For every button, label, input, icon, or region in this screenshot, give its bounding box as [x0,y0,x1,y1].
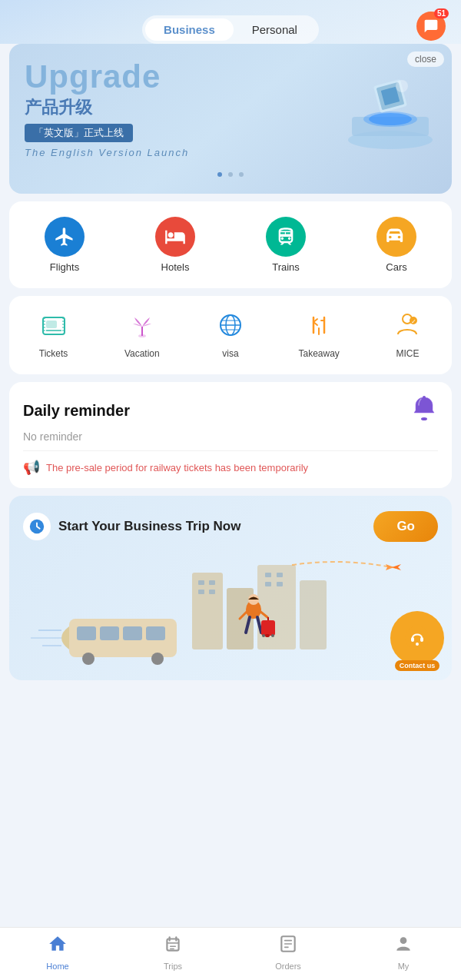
svg-point-63 [405,626,429,650]
vacation-icon [128,311,156,344]
chat-icon[interactable]: 51 [416,12,447,42]
my-icon [393,934,413,958]
reminder-alert: 📢 The pre-sale period for railway ticket… [23,450,438,476]
svg-rect-48 [265,573,271,577]
flights-label: Flights [50,261,79,273]
svg-rect-60 [265,634,270,637]
svg-point-3 [369,113,412,125]
secondary-nav: Tickets Vacation [9,296,452,374]
bell-icon [410,394,438,427]
hotels-icon [155,217,195,257]
mice-icon: ✓ [393,311,421,344]
svg-point-12 [138,334,146,337]
nav-tab-orders[interactable]: Orders [230,934,346,971]
promo-banner: Upgrade 产品升级 「英文版」正式上线 The English Versi… [9,44,452,194]
nav-tab-home[interactable]: Home [0,934,115,971]
svg-rect-44 [198,580,204,585]
home-tab-label: Home [46,962,68,971]
trains-icon [266,217,306,257]
svg-rect-32 [100,626,119,640]
svg-point-35 [82,653,95,665]
home-icon [48,934,68,958]
go-button[interactable]: Go [373,511,438,542]
trains-label: Trains [272,261,300,273]
header: Business Personal 51 [0,0,461,44]
nav-visa[interactable]: visa [186,304,274,367]
svg-rect-40 [192,573,223,649]
tab-switcher: Business Personal [142,15,319,44]
nav-trains[interactable]: Trains [230,208,341,282]
nav-tab-trips[interactable]: Trips [115,934,230,971]
svg-point-61 [262,634,265,637]
notification-badge: 51 [434,8,449,18]
svg-rect-31 [77,626,96,640]
svg-rect-49 [277,573,283,577]
svg-rect-58 [261,620,275,636]
svg-rect-9 [46,321,57,328]
vacation-label: Vacation [124,348,160,359]
banner-dots [25,166,436,186]
nav-vacation[interactable]: Vacation [98,304,186,367]
biz-illustration [23,550,438,673]
cars-label: Cars [386,261,406,273]
alert-text: The pre-sale period for railway tickets … [46,462,308,473]
quick-nav: Flights Hotels Trains Cars [9,201,452,288]
svg-rect-65 [420,637,423,642]
svg-rect-33 [123,626,142,640]
nav-flights[interactable]: Flights [9,208,120,282]
svg-rect-51 [277,582,283,586]
megaphone-icon: 📢 [23,459,40,476]
svg-rect-45 [209,580,215,585]
tab-personal[interactable]: Personal [234,18,316,41]
cars-icon [376,217,416,257]
visa-label: visa [222,348,238,359]
tickets-icon [40,311,68,344]
svg-rect-34 [146,626,165,640]
nav-cars[interactable]: Cars [341,208,452,282]
svg-point-7 [396,80,408,92]
svg-rect-43 [300,580,327,649]
banner-3d-illustration [337,51,444,159]
tab-business[interactable]: Business [145,18,234,41]
my-tab-label: My [398,962,410,971]
clock-icon [23,513,51,540]
orders-tab-label: Orders [275,962,301,971]
daily-reminder-card: Daily reminder No reminder 📢 The pre-sal… [9,382,452,488]
biz-trip-card: Start Your Business Trip Now Go [9,496,452,680]
banner-tag-cn: 「英文版」正式上线 [25,124,133,142]
svg-rect-47 [209,590,215,594]
svg-rect-50 [265,582,271,586]
contact-float-button[interactable]: Contact us [390,611,444,665]
svg-rect-46 [198,590,204,594]
svg-point-27 [421,417,427,420]
visa-icon [217,311,244,344]
biz-title: Start Your Business Trip Now [58,519,240,534]
takeaway-icon [305,311,333,344]
svg-text:✓: ✓ [411,318,416,325]
reminder-title: Daily reminder [23,402,130,420]
contact-label: Contact us [395,660,440,671]
hotels-label: Hotels [161,261,190,273]
svg-point-76 [400,937,407,944]
flights-icon [45,217,85,257]
nav-mice[interactable]: ✓ MICE [363,304,452,367]
bottom-nav: Home Trips Orders [0,927,461,980]
reminder-none-text: No reminder [23,430,438,443]
nav-hotels[interactable]: Hotels [120,208,230,282]
svg-rect-64 [411,637,414,642]
svg-point-36 [151,653,164,665]
svg-point-28 [423,396,426,399]
trips-icon [163,934,183,958]
trips-tab-label: Trips [164,962,182,971]
nav-tab-my[interactable]: My [346,934,461,971]
nav-takeaway[interactable]: Takeaway [275,304,363,367]
mice-label: MICE [396,348,419,359]
svg-point-62 [271,634,274,637]
takeaway-label: Takeaway [299,348,340,359]
tickets-label: Tickets [39,348,68,359]
nav-tickets[interactable]: Tickets [9,304,98,367]
orders-icon [278,934,298,958]
